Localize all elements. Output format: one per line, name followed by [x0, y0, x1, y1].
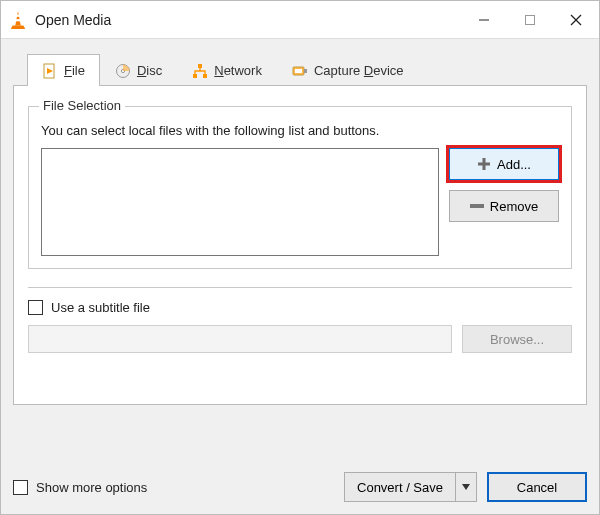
- disc-icon: [115, 63, 131, 79]
- cancel-button[interactable]: Cancel: [487, 472, 587, 502]
- window-controls: [461, 1, 599, 38]
- svg-rect-13: [193, 74, 197, 78]
- chevron-down-icon: [462, 484, 470, 490]
- svg-marker-3: [11, 25, 25, 29]
- close-button[interactable]: [553, 1, 599, 38]
- svg-rect-2: [15, 19, 21, 21]
- svg-rect-19: [478, 163, 490, 166]
- svg-rect-16: [295, 69, 302, 73]
- tab-label: File: [64, 63, 85, 78]
- maximize-button[interactable]: [507, 1, 553, 38]
- group-title: File Selection: [39, 98, 125, 113]
- plus-icon: [477, 157, 491, 171]
- titlebar: Open Media: [1, 1, 599, 39]
- convert-save-label: Convert / Save: [345, 473, 456, 501]
- show-more-options-checkbox[interactable]: [13, 480, 28, 495]
- svg-rect-17: [304, 69, 307, 73]
- minimize-button[interactable]: [461, 1, 507, 38]
- svg-marker-20: [462, 484, 470, 490]
- add-button[interactable]: Add...: [449, 148, 559, 180]
- tab-network[interactable]: Network: [177, 54, 277, 86]
- tab-bar: File Disc Network: [13, 49, 587, 85]
- open-media-window: Open Media File: [0, 0, 600, 515]
- file-selection-group: File Selection You can select local file…: [28, 106, 572, 269]
- file-list[interactable]: [41, 148, 439, 256]
- convert-save-button[interactable]: Convert / Save: [344, 472, 477, 502]
- client-area: File Disc Network: [1, 39, 599, 417]
- subtitle-checkbox-row[interactable]: Use a subtitle file: [28, 300, 572, 315]
- svg-rect-1: [16, 14, 21, 16]
- svg-rect-14: [203, 74, 207, 78]
- network-icon: [192, 63, 208, 79]
- subtitle-checkbox[interactable]: [28, 300, 43, 315]
- show-more-options-row[interactable]: Show more options: [13, 480, 344, 495]
- window-title: Open Media: [35, 12, 461, 28]
- browse-button: Browse...: [462, 325, 572, 353]
- dialog-footer: Show more options Convert / Save Cancel: [13, 472, 587, 502]
- separator: [28, 287, 572, 288]
- tab-label: Network: [214, 63, 262, 78]
- svg-rect-12: [198, 64, 202, 68]
- file-icon: [42, 63, 58, 79]
- subtitle-path-field: [28, 325, 452, 353]
- convert-save-dropdown[interactable]: [456, 473, 476, 501]
- file-selection-hint: You can select local files with the foll…: [41, 123, 559, 138]
- tab-label: Capture Device: [314, 63, 404, 78]
- capture-icon: [292, 63, 308, 79]
- remove-button[interactable]: Remove: [449, 190, 559, 222]
- svg-rect-5: [526, 15, 535, 24]
- subtitle-checkbox-label: Use a subtitle file: [51, 300, 150, 315]
- show-more-options-label: Show more options: [36, 480, 147, 495]
- tab-capture-device[interactable]: Capture Device: [277, 54, 419, 86]
- tab-panel: File Selection You can select local file…: [13, 85, 587, 405]
- tab-disc[interactable]: Disc: [100, 54, 177, 86]
- tab-label: Disc: [137, 63, 162, 78]
- tab-file[interactable]: File: [27, 54, 100, 86]
- minus-icon: [470, 204, 484, 208]
- cancel-label: Cancel: [517, 480, 557, 495]
- svg-marker-0: [15, 11, 20, 25]
- vlc-icon: [9, 10, 27, 30]
